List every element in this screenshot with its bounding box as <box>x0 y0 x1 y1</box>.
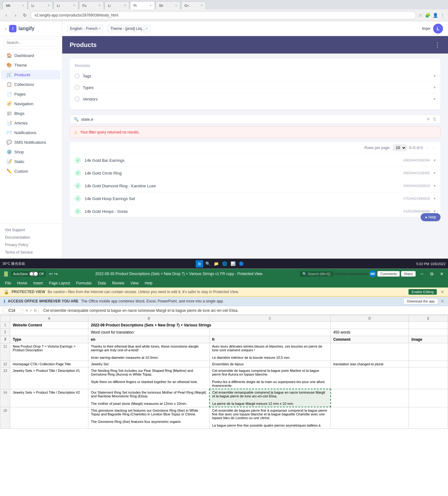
autosave-toggle-switch[interactable] <box>29 272 38 276</box>
cancel-formula-icon[interactable]: ✕ <box>25 308 28 313</box>
sidebar-item-static[interactable]: 📝 Static <box>1 157 61 166</box>
browser-tab[interactable]: Fu × <box>79 1 104 9</box>
reload-button[interactable]: ↻ <box>21 12 29 19</box>
profile-icon[interactable]: 👤 <box>432 12 439 18</box>
sidebar-item-notifications[interactable]: ✉️ Notifications <box>1 128 61 137</box>
rows-per-page-select[interactable]: 10 25 50 <box>393 144 407 151</box>
tab-close-icon[interactable]: × <box>48 4 49 7</box>
cell-c11[interactable]: Avec leurs délicates teintes bleues et b… <box>209 343 330 361</box>
cell-d13[interactable] <box>331 367 409 389</box>
cell-b15[interactable]: This gemstone stacking set features our … <box>88 407 209 429</box>
sidebar-item-sms-notifications[interactable]: 💬 SMS Notifications <box>1 138 61 147</box>
sidebar-item-custom[interactable]: ✏️ Custom <box>1 166 61 176</box>
theme-selector[interactable]: Theme - [prod] Linj... ▾ <box>107 25 151 32</box>
cell-e11[interactable] <box>409 343 448 361</box>
cell-a3[interactable]: Type <box>10 336 88 343</box>
browser-tab[interactable]: Sh × <box>156 1 180 9</box>
enable-editing-button[interactable]: Enable Editing <box>408 289 437 295</box>
back-button[interactable]: ‹ <box>2 12 10 19</box>
cell-a1[interactable]: Website Content <box>10 322 88 329</box>
cell-b1[interactable]: 2022-09 Product Descriptions (Sets + New… <box>88 322 209 329</box>
sidebar-footer-terms[interactable]: Terms of Service <box>0 249 62 256</box>
menu-help[interactable]: Help <box>142 280 155 286</box>
sidebar-item-dashboard[interactable]: 🏠 Dashboard <box>1 51 61 60</box>
cell-d2[interactable]: 450 words <box>331 329 409 336</box>
cell-e3[interactable]: Image <box>409 336 448 343</box>
language-selector[interactable]: English › French ▾ <box>67 25 103 32</box>
cell-a2[interactable] <box>10 329 88 336</box>
share-button[interactable]: Share <box>401 271 416 277</box>
browser-tab-active[interactable]: Pr × <box>130 1 155 9</box>
spreadsheet[interactable]: A B C D E 1 Website Content 2022-09 Prod… <box>0 315 448 496</box>
tab-close-icon[interactable]: × <box>201 4 203 7</box>
undo-icon[interactable]: ↩ <box>49 271 53 276</box>
cell-d3[interactable]: Comment <box>331 336 409 343</box>
page-menu-icon[interactable]: ⋮ <box>434 41 441 49</box>
cell-b2[interactable]: Word count for translation: <box>88 329 209 336</box>
browser-tab[interactable]: Mk × <box>2 1 27 9</box>
cell-e12[interactable] <box>409 361 448 367</box>
search-button[interactable]: 🔍 <box>204 260 212 268</box>
cell-e1[interactable] <box>409 322 448 329</box>
product-row[interactable]: ✓ 14k Gold Circle Ring #6650443108450 ▾ <box>70 167 441 180</box>
cell-c15[interactable]: Cet ensemble de bagues pierre fine à sup… <box>209 407 330 429</box>
tab-close-icon[interactable]: × <box>150 4 152 7</box>
restore-button[interactable]: ⧉ <box>428 270 436 278</box>
forward-button[interactable]: › <box>12 12 19 19</box>
cell-a15[interactable] <box>10 407 88 429</box>
formula-input[interactable] <box>41 308 446 313</box>
redo-icon[interactable]: ↪ <box>54 271 58 276</box>
cell-c14[interactable]: Cet ensemble remarquable comprend la bag… <box>209 389 330 407</box>
browser-tab[interactable]: Li × <box>28 1 53 9</box>
cell-c13[interactable]: Cet ensemble de bagues comprend la bague… <box>209 367 330 389</box>
browser-tab[interactable]: G+ × <box>181 1 206 9</box>
cell-c12[interactable]: Ensembles de bijoux <box>209 361 330 367</box>
cell-c1[interactable] <box>209 322 330 329</box>
cell-reference-input[interactable] <box>2 308 21 313</box>
cell-d1[interactable] <box>331 322 409 329</box>
filter-icon[interactable]: ⇅ <box>433 117 436 122</box>
chevron-down-icon[interactable]: ▾ <box>434 158 436 162</box>
cell-d12[interactable]: translation was changed to plural <box>331 361 409 367</box>
sidebar-item-navigation[interactable]: 🧭 Navigation <box>1 99 61 108</box>
cell-a13[interactable]: Jewelry Sets > Product Title / Descripti… <box>10 367 88 389</box>
menu-review[interactable]: Review <box>110 280 127 286</box>
browser-tab[interactable]: Li × <box>54 1 78 9</box>
cell-b13[interactable]: The Nesting Ring Set includes our Pear S… <box>88 367 209 389</box>
tab-close-icon[interactable]: × <box>22 4 24 7</box>
chrome-icon[interactable]: 🔵 <box>238 260 245 268</box>
tab-close-icon[interactable]: × <box>73 4 75 7</box>
cell-e13[interactable] <box>409 367 448 389</box>
sidebar-item-shop[interactable]: ⚙️ Shop <box>1 147 61 157</box>
menu-home[interactable]: Home <box>15 280 30 286</box>
product-row[interactable]: ✓ 14k Gold Hoop Earrings Set #7534421999… <box>70 192 441 205</box>
menu-insert[interactable]: Insert <box>31 280 45 286</box>
bookmark-icon[interactable]: ☆ <box>418 12 423 18</box>
col-header-b[interactable]: B <box>88 315 209 322</box>
cell-a11[interactable]: New Product Drop 7 > Victoria Earrings >… <box>10 343 88 361</box>
insert-function-icon[interactable]: fx <box>34 308 37 313</box>
protected-close-icon[interactable]: ✕ <box>441 289 444 294</box>
col-header-a[interactable]: A <box>10 315 88 322</box>
cell-b11[interactable]: Thanks to their ethereal blue and white … <box>88 343 209 361</box>
download-app-button[interactable]: Download the app <box>404 298 438 304</box>
chevron-down-icon[interactable]: ▾ <box>434 209 436 213</box>
col-header-e[interactable]: E <box>409 315 448 322</box>
cell-d15[interactable] <box>331 407 409 429</box>
comments-button[interactable]: Comments <box>377 271 399 277</box>
sidebar-item-blogs[interactable]: 📰 Blogs <box>1 109 61 118</box>
sidebar-back-button[interactable]: ‹ <box>5 26 7 31</box>
cell-d14[interactable] <box>331 389 409 407</box>
confirm-formula-icon[interactable]: ✓ <box>30 308 33 313</box>
cell-b12[interactable]: Jewelry Set <box>88 361 209 367</box>
menu-file[interactable]: File <box>2 280 13 286</box>
sidebar-item-collections[interactable]: 📋 Collections <box>1 80 61 89</box>
search-box[interactable]: 🔍 Search (Alt+Q) <box>300 271 333 277</box>
vendors-checkbox[interactable] <box>75 96 80 101</box>
prev-page-button[interactable]: ‹ <box>425 145 429 151</box>
access-close-icon[interactable]: ✕ <box>441 299 444 304</box>
cell-e15[interactable] <box>409 407 448 429</box>
cell-a14[interactable]: Jewelry Sets > Product Title / Descripti… <box>10 389 88 407</box>
product-row[interactable]: ✓ 14k Gold Bar Earrings #6650443366594 ▾ <box>70 154 441 167</box>
cell-b14[interactable]: Our Statement Ring Set includes the lumi… <box>88 389 209 407</box>
